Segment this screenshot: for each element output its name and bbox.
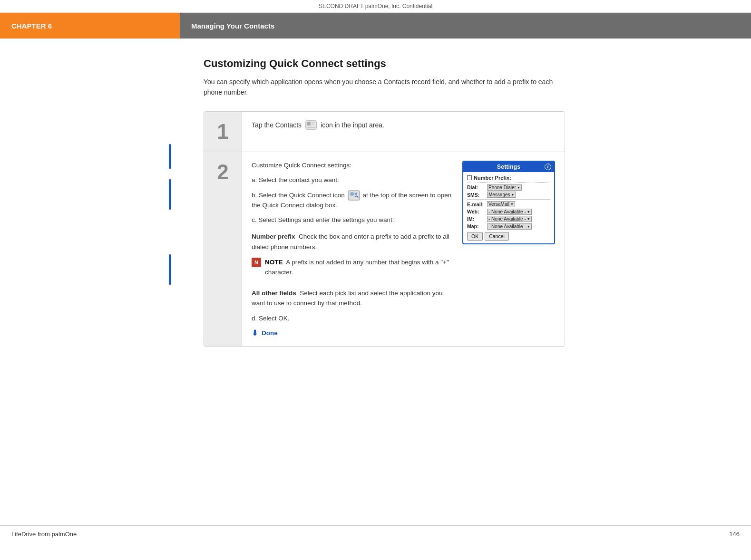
- step-1-text-after: icon in the input area.: [321, 121, 384, 129]
- settings-im-label: IM:: [467, 216, 487, 222]
- step-bar-3: [169, 254, 171, 285]
- settings-panel: Settings i Number Prefix:: [462, 161, 555, 244]
- note-icon: N: [252, 258, 261, 267]
- step-2-header: Customize Quick Connect settings:: [252, 161, 453, 171]
- note-box: N NOTE A prefix is not added to any numb…: [252, 257, 453, 282]
- settings-sms-row: SMS: Messages: [467, 192, 550, 198]
- svg-rect-3: [312, 124, 314, 125]
- settings-web-row: Web: - None Available -: [467, 209, 550, 215]
- all-other-fields-text: All other fields Select each pick list a…: [252, 288, 453, 309]
- settings-checkbox: [467, 175, 472, 180]
- step-2-text-col: Customize Quick Connect settings: a. Sel…: [252, 161, 453, 338]
- step-1-row: 1 Tap the Contacts icon in the in: [204, 112, 565, 152]
- contacts-icon: [305, 120, 317, 130]
- steps-container: 1 Tap the Contacts icon in the in: [204, 111, 565, 347]
- step-2-inner: Customize Quick Connect settings: a. Sel…: [252, 161, 555, 338]
- settings-map-row: Map: - None Available -: [467, 223, 550, 230]
- settings-im-row: IM: - None Available -: [467, 216, 550, 222]
- step-2-number: 2: [217, 162, 228, 183]
- note-label: NOTE: [265, 259, 283, 266]
- done-row: ⬇ Done: [252, 328, 453, 338]
- settings-info-icon: i: [545, 164, 551, 170]
- footer-left: LifeDrive from palmOne: [11, 531, 77, 538]
- sub-d: d. Select OK.: [252, 313, 453, 324]
- number-prefix-text: Number prefix Check the box and enter a …: [252, 232, 453, 252]
- settings-dial-row: Dial: Phone Dialer: [467, 184, 550, 191]
- content-area: Customizing Quick Connect settings You c…: [180, 39, 751, 542]
- settings-web-label: Web:: [467, 209, 487, 214]
- chapter-title-text: Managing Your Contacts: [191, 22, 274, 30]
- settings-dotted-line: [467, 182, 550, 183]
- number-prefix-section: Number prefix Check the box and enter a …: [252, 232, 453, 337]
- note-desc: A prefix is not added to any number that…: [265, 259, 449, 276]
- settings-ok-button[interactable]: OK: [467, 232, 483, 241]
- all-other-fields-label: All other fields: [252, 290, 296, 297]
- svg-rect-4: [307, 127, 315, 128]
- done-arrow-icon: ⬇: [252, 328, 258, 338]
- section-intro: You can specify which application opens …: [204, 77, 565, 98]
- step-2-row: 2 Customize Quick Connect settings: a. S…: [204, 152, 565, 346]
- settings-number-prefix-row: Number Prefix:: [467, 175, 550, 181]
- step-1-text: Tap the Contacts icon in the input area.: [252, 120, 555, 130]
- settings-buttons: OK Cancel: [467, 232, 550, 241]
- chapter-label: CHAPTER 6: [0, 13, 180, 39]
- note-text: NOTE A prefix is not added to any number…: [265, 257, 453, 278]
- step-2-sub-c: c. Select Settings and enter the setting…: [252, 215, 453, 225]
- settings-cancel-button[interactable]: Cancel: [485, 232, 509, 241]
- sidebar: [0, 39, 180, 542]
- chapter-title: Managing Your Contacts: [180, 13, 751, 39]
- settings-web-dropdown[interactable]: - None Available -: [487, 209, 532, 215]
- step-2-sub-b: b. Select the Quick Connect icon at the …: [252, 190, 453, 211]
- settings-sms-label: SMS:: [467, 192, 487, 198]
- top-bar: SECOND DRAFT palmOne, Inc. Confidential: [0, 0, 751, 13]
- section-title: Customizing Quick Connect settings: [204, 58, 722, 70]
- settings-email-row: E-mail: VersaMail: [467, 201, 550, 207]
- step-1-number: 1: [217, 121, 228, 142]
- svg-point-6: [350, 192, 354, 196]
- svg-rect-5: [348, 191, 360, 200]
- number-prefix-label: Number prefix: [252, 233, 295, 240]
- footer-right: 146: [729, 531, 740, 538]
- settings-panel-title: Settings: [497, 164, 520, 170]
- step-2-sub-a: a. Select the contact you want.: [252, 175, 453, 185]
- settings-email-dropdown[interactable]: VersaMail: [487, 201, 515, 207]
- step-2-content: Customize Quick Connect settings: a. Sel…: [242, 152, 565, 346]
- chapter-header: CHAPTER 6 Managing Your Contacts: [0, 13, 751, 39]
- settings-panel-body: Number Prefix: Dial: Phone Dialer: [463, 172, 554, 243]
- step-2-number-col: 2: [204, 152, 242, 346]
- svg-rect-1: [307, 122, 311, 126]
- step-bar-2: [169, 179, 171, 210]
- step-1-text-before: Tap the Contacts: [252, 121, 302, 129]
- settings-dial-label: Dial:: [467, 184, 487, 190]
- settings-sms-dropdown[interactable]: Messages: [487, 192, 516, 198]
- settings-divider-1: [467, 199, 550, 200]
- step-bar-1: [169, 144, 171, 169]
- chapter-label-text: CHAPTER 6: [11, 22, 52, 30]
- footer: LifeDrive from palmOne 146: [0, 525, 751, 542]
- top-bar-text: SECOND DRAFT palmOne, Inc. Confidential: [319, 3, 432, 10]
- settings-email-label: E-mail:: [467, 202, 487, 207]
- qc-icon: [348, 190, 360, 201]
- svg-rect-2: [312, 122, 315, 123]
- settings-map-label: Map:: [467, 223, 487, 229]
- settings-panel-header: Settings i: [463, 162, 554, 172]
- settings-im-dropdown[interactable]: - None Available -: [487, 216, 532, 222]
- main-layout: Customizing Quick Connect settings You c…: [0, 39, 751, 542]
- step-1-content: Tap the Contacts icon in the input area.: [242, 112, 565, 152]
- step-2-sub-b-pre: b. Select the Quick Connect icon: [252, 191, 345, 198]
- done-label: Done: [262, 329, 278, 337]
- note-icon-letter: N: [254, 260, 258, 265]
- settings-map-dropdown[interactable]: - None Available -: [487, 223, 532, 230]
- settings-dial-dropdown[interactable]: Phone Dialer: [487, 184, 522, 191]
- settings-number-prefix-label: Number Prefix:: [474, 175, 511, 181]
- step-1-number-col: 1: [204, 112, 242, 152]
